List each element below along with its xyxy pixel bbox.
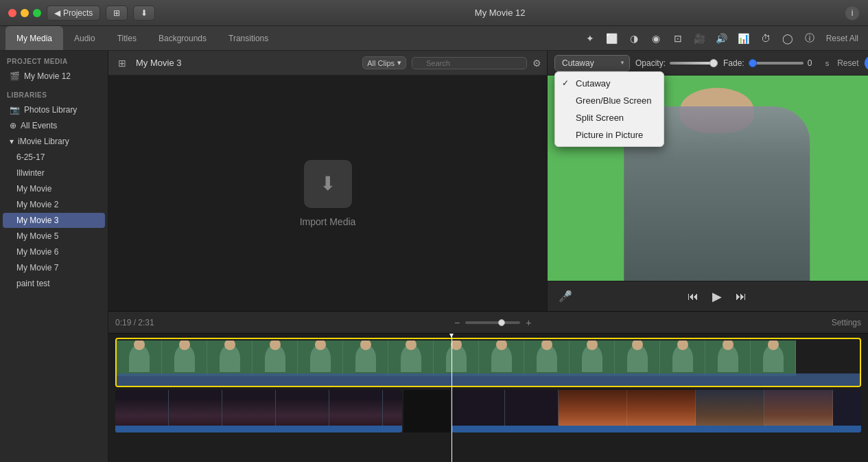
video-overlay-dropdown: Cutaway Cutaway Green/Blue Screen Spli xyxy=(554,55,630,71)
reset-all-button[interactable]: Reset All xyxy=(822,32,863,45)
opacity-section: Opacity: xyxy=(635,58,718,68)
sidebar-item-imovie-library[interactable]: ▾ iMovie Library xyxy=(3,134,105,149)
sidebar-item-my-movie-3[interactable]: My Movie 3 xyxy=(3,213,105,228)
skip-back-button[interactable]: ⏮ xyxy=(688,290,699,303)
opacity-label: Opacity: xyxy=(635,58,666,68)
sidebar-item-all-events[interactable]: ⊕ All Events xyxy=(3,118,105,133)
preview-panel: Cutaway Cutaway Green/Blue Screen Spli xyxy=(548,51,868,311)
clip-thumbnail-1 xyxy=(117,340,162,376)
search-wrapper: 🔍 xyxy=(412,57,527,69)
microphone-icon[interactable]: 🎤 xyxy=(559,290,572,303)
broll-track xyxy=(115,390,861,432)
grid-view-button[interactable]: ⊞ xyxy=(106,5,128,21)
timeline-time: 0:19 / 2:31 xyxy=(115,318,154,327)
zoom-out-button[interactable]: − xyxy=(454,317,460,328)
info-icon: i xyxy=(852,8,854,18)
sidebar-item-my-movie[interactable]: My Movie xyxy=(3,181,105,196)
main-layout: PROJECT MEDIA 🎬 My Movie 12 LIBRARIES 📷 … xyxy=(0,51,868,462)
sidebar-item-my-movie-5[interactable]: My Movie 5 xyxy=(3,229,105,244)
dropdown-item-split-screen[interactable]: Split Screen xyxy=(555,109,664,126)
clip-thumbnail-5 xyxy=(298,340,343,376)
sidebar-item-6-25-17[interactable]: 6-25-17 xyxy=(3,150,105,165)
clip-thumbnail-11 xyxy=(570,340,615,376)
add-icon: ⊕ xyxy=(10,121,16,130)
broll-clip-2[interactable] xyxy=(451,390,861,432)
titlebar: ◀ Projects ⊞ ⬇ My Movie 12 i xyxy=(0,0,868,26)
toolbar-right: ✦ ⬜ ◑ ◉ ⊡ 🎥 🔊 📊 ⏱ ◯ ⓘ Reset All xyxy=(580,29,868,48)
clip-thumbnail-6 xyxy=(343,340,388,376)
dropdown-item-cutaway[interactable]: Cutaway xyxy=(555,75,664,92)
tab-audio[interactable]: Audio xyxy=(63,26,106,50)
clip-filter-selector[interactable]: All Clips ▾ xyxy=(362,56,406,69)
zoom-in-button[interactable]: + xyxy=(526,317,531,328)
speed-icon[interactable]: ⏱ xyxy=(756,29,775,48)
viewer-icon[interactable]: ⬜ xyxy=(602,29,622,48)
panel-toggle-button[interactable]: ⊞ xyxy=(114,55,130,71)
opacity-slider[interactable] xyxy=(670,62,718,65)
clip-thumbnail-4 xyxy=(253,340,298,376)
info-button[interactable]: i xyxy=(845,5,860,21)
broll-gap xyxy=(403,390,450,432)
sidebar-item-my-movie-12[interactable]: 🎬 My Movie 12 xyxy=(3,69,105,84)
tab-titles[interactable]: Titles xyxy=(106,26,148,50)
play-pause-button[interactable]: ▶ xyxy=(712,289,722,304)
sidebar-item-photos-library[interactable]: 📷 Photos Library xyxy=(3,102,105,117)
audio-waveform xyxy=(117,373,860,386)
sidebar-item-my-movie-2[interactable]: My Movie 2 xyxy=(3,197,105,212)
reset-button[interactable]: Reset xyxy=(837,58,858,68)
overlay-mode-button[interactable]: Cutaway xyxy=(554,55,630,71)
traffic-lights xyxy=(8,9,41,17)
sidebar-item-paint-test[interactable]: paint test xyxy=(3,276,105,291)
import-media-label: Import Media xyxy=(300,216,356,227)
broll-clip-1[interactable] xyxy=(115,390,402,432)
projects-back-button[interactable]: ◀ Projects xyxy=(47,5,100,21)
download-button[interactable]: ⬇ xyxy=(133,5,155,21)
search-input[interactable] xyxy=(412,57,527,69)
clip-filter-chevron-icon: ▾ xyxy=(397,58,401,67)
sidebar-item-illwinter[interactable]: Illwinter xyxy=(3,165,105,181)
fade-slider[interactable] xyxy=(749,62,804,65)
sidebar-item-my-movie-6[interactable]: My Movie 6 xyxy=(3,244,105,259)
minimize-button[interactable] xyxy=(21,9,29,17)
overlay-dropdown-menu: Cutaway Green/Blue Screen Split Screen P… xyxy=(554,71,664,147)
color-balance-icon[interactable]: ◑ xyxy=(624,29,644,48)
settings-gear-button[interactable]: ⚙ xyxy=(532,58,541,69)
timeline-settings-button[interactable]: Settings xyxy=(832,318,861,327)
main-video-track[interactable] xyxy=(115,338,861,387)
crop-icon[interactable]: ⊡ xyxy=(668,29,688,48)
clip-thumbnail-13 xyxy=(660,340,705,376)
timeline-toolbar: 0:19 / 2:31 − + Settings xyxy=(108,312,868,334)
color-wheels-icon[interactable]: ◉ xyxy=(646,29,666,48)
magic-wand-icon[interactable]: ✦ xyxy=(580,29,600,48)
noise-reduction-icon[interactable]: ◯ xyxy=(778,29,797,48)
clip-thumbnail-7 xyxy=(388,340,434,376)
tabs-section: My Media Audio Titles Backgrounds Transi… xyxy=(0,26,279,50)
maximize-button[interactable] xyxy=(33,9,41,17)
clip-thumbnail-3 xyxy=(207,340,253,376)
confirm-button[interactable]: ✓ xyxy=(865,56,868,71)
sidebar-item-my-movie-7[interactable]: My Movie 7 xyxy=(3,260,105,275)
photos-icon: 📷 xyxy=(10,105,20,115)
zoom-slider[interactable] xyxy=(465,321,520,324)
clip-info-icon[interactable]: ⓘ xyxy=(800,29,819,48)
preview-toolbar: Cutaway Cutaway Green/Blue Screen Spli xyxy=(548,51,868,76)
volume-icon[interactable]: 🔊 xyxy=(712,29,731,48)
skip-forward-button[interactable]: ⏭ xyxy=(736,290,747,303)
libraries-section-label: LIBRARIES xyxy=(0,84,108,102)
dropdown-item-picture-in-picture[interactable]: Picture in Picture xyxy=(555,126,664,143)
close-button[interactable] xyxy=(8,9,16,17)
dropdown-item-green-blue-screen[interactable]: Green/Blue Screen xyxy=(555,92,664,109)
import-icon: ⬇ xyxy=(304,160,352,208)
back-chevron-icon: ◀ xyxy=(54,8,60,18)
tab-my-media[interactable]: My Media xyxy=(5,26,63,50)
media-panel: ⊞ My Movie 3 All Clips ▾ 🔍 ⚙ ⬇ Import xyxy=(108,51,548,311)
audio-eq-icon[interactable]: 📊 xyxy=(734,29,753,48)
titlebar-right: i xyxy=(845,5,860,21)
tab-backgrounds[interactable]: Backgrounds xyxy=(148,26,218,50)
camera-overlay-icon[interactable]: 🎥 xyxy=(690,29,709,48)
clip-thumbnail-14 xyxy=(705,340,751,376)
timeline-area: 0:19 / 2:31 − + Settings xyxy=(108,311,868,462)
download-icon: ⬇ xyxy=(141,8,148,18)
tab-transitions[interactable]: Transitions xyxy=(218,26,279,50)
top-toolbar: My Media Audio Titles Backgrounds Transi… xyxy=(0,26,868,51)
